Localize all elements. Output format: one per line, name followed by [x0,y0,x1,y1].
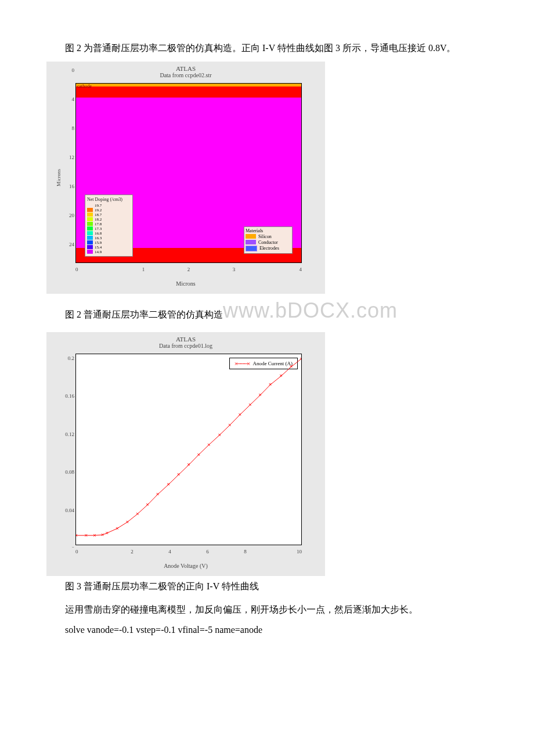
svg-text:×: × [258,391,262,398]
svg-text:×: × [197,451,201,457]
svg-text:×: × [228,421,232,427]
materials-legend: Materials Silicon Conductor Electrodes [244,226,293,254]
fig3-app-title: ATLAS [46,332,325,343]
fig3-x-axis-label: Anode Voltage (V) [46,561,325,574]
svg-text:×: × [76,531,78,538]
fig2-x-axis-label: Microns [46,279,325,291]
svg-text:×: × [93,531,96,538]
fig3-x-ticks: 0 2 4 6 8 10 [75,549,302,555]
method-paragraph: 运用雪崩击穿的碰撞电离模型，加反向偏压，刚开场步长小一点，然后逐渐加大步长。 [46,602,488,617]
svg-text:×: × [207,441,211,447]
fig2-y-ticks: 0 4 8 12 16 20 24 28 [63,67,74,276]
fig2-y-axis-label: Microns [56,169,62,186]
caption-fig3: 图 3 普通耐压层功率二极管的正向 I-V 特性曲线 [46,581,488,593]
svg-text:×: × [156,491,160,497]
svg-text:×: × [146,501,149,507]
svg-text:×: × [279,372,283,379]
svg-text:×: × [167,481,170,487]
watermark: www.bDOCX.com [223,298,398,322]
intro-paragraph: 图 2 为普通耐压层功率二极管的仿真构造。正向 I-V 特性曲线如图 3 所示，… [46,41,488,56]
fig2-plot-area: cathode Net Doping (/cm3) 19.7 19.2 18.7… [75,83,302,263]
svg-text:×: × [136,510,139,516]
doping-legend: Net Doping (/cm3) 19.7 19.2 18.7 18.2 17… [85,195,133,257]
figure-2-structure: ATLAS Data from ccpde02.str Microns 0 4 … [46,62,488,294]
page: 图 2 为普通耐压层功率二极管的仿真构造。正向 I-V 特性曲线如图 3 所示，… [0,0,534,667]
svg-text:×: × [125,518,129,524]
code-line: solve vanode=-0.1 vstep=-0.1 vfinal=-5 n… [46,622,488,638]
svg-text:×: × [248,401,252,408]
fig2-app-title: ATLAS [46,62,325,72]
svg-text:×: × [187,461,190,467]
svg-text:×: × [101,531,104,537]
iv-curve-svg: ××× ××× ××× ××× ××× ××× ××× ××× [76,354,301,545]
svg-text:×: × [177,471,181,477]
svg-text:×: × [290,363,293,369]
svg-text:×: × [238,411,241,417]
fig2-data-source: Data from ccpde02.str [46,72,325,81]
fig3-data-source: Data from ccpde01.log [46,343,325,351]
caption-fig2: 图 2 普通耐压层功率二极管的仿真构造www.bDOCX.com [46,298,488,323]
materials-legend-title: Materials [246,228,291,233]
cathode-label: cathode [77,84,92,89]
svg-text:×: × [85,531,88,538]
svg-text:×: × [269,381,272,387]
figure-3-iv-curve: ATLAS Data from ccpde01.log 0.2 0.16 0.1… [46,332,488,576]
svg-text:×: × [218,431,222,437]
fig2-x-ticks: 0 1 2 3 4 [75,267,302,272]
svg-text:×: × [116,524,119,531]
svg-text:×: × [106,529,109,535]
doping-legend-title: Net Doping (/cm3) [87,197,131,202]
svg-text:×: × [300,355,301,361]
fig3-y-ticks: 0.2 0.16 0.12 0.08 0.04 0 [63,355,74,552]
cathode-electrode [76,84,301,87]
fig3-plot-area: ×───× Anode Current (A) ××× ××× ××× ××× … [75,354,302,545]
